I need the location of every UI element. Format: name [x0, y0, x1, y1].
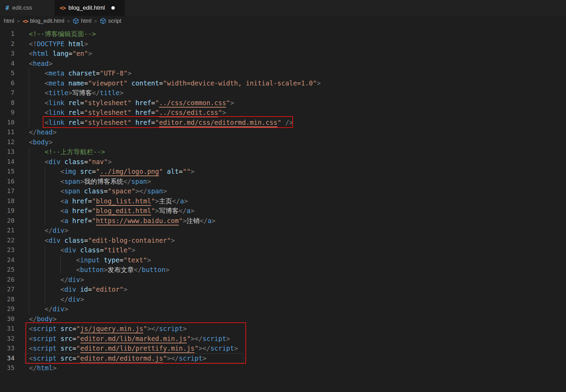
indent-guide	[60, 255, 61, 265]
tab-bar: # edit.css <> blog_edit.html	[0, 0, 566, 16]
code-line-11[interactable]: 11</head>	[0, 127, 566, 137]
indent-guide	[29, 98, 29, 108]
breadcrumb-item-script[interactable]: script	[100, 18, 121, 24]
indent-guide	[29, 186, 29, 196]
code-content: <script src="editor.md/lib/prettify.min.…	[14, 343, 566, 353]
code-content: <span class="space"></span>	[14, 186, 566, 196]
code-line-31[interactable]: 31<script src="js/jquery.min.js"></scrip…	[0, 324, 566, 334]
code-line-4[interactable]: 4<head>	[0, 59, 566, 69]
line-number: 22	[0, 235, 14, 245]
indent-guide	[45, 245, 45, 255]
code-line-15[interactable]: 15<img src="../img/logo.png" alt="">	[0, 167, 566, 177]
code-content: </div>	[14, 304, 566, 314]
indent-guide	[29, 147, 29, 157]
line-number: 4	[0, 59, 14, 69]
code-line-12[interactable]: 12<body>	[0, 137, 566, 147]
code-line-17[interactable]: 17<span class="space"></span>	[0, 186, 566, 196]
code-line-20[interactable]: 20<a href="https://www.baidu.com">注销</a>	[0, 216, 566, 226]
line-number: 10	[0, 118, 14, 128]
line-number: 21	[0, 225, 14, 235]
tab-blog-edit-html[interactable]: <> blog_edit.html	[54, 0, 125, 16]
code-content: <script src="editor.md/lib/marked.min.js…	[14, 334, 566, 344]
indent-guide	[29, 275, 29, 285]
code-line-1[interactable]: 1<!--博客编辑页面-->	[0, 29, 566, 39]
line-number: 19	[0, 206, 14, 216]
line-number: 18	[0, 196, 14, 206]
unsaved-changes-dot[interactable]	[111, 6, 115, 10]
indent-guide	[45, 265, 45, 275]
code-content: <div class="edit-blog-container">	[14, 235, 566, 245]
code-line-19[interactable]: 19<a href="blog_edit.html">写博客</a>	[0, 206, 566, 216]
symbol-module-icon	[73, 18, 79, 24]
indent-guide	[29, 88, 29, 98]
line-number: 14	[0, 157, 14, 167]
indent-guide	[29, 304, 29, 314]
line-number: 11	[0, 127, 14, 137]
breadcrumb-item-folder[interactable]: html	[4, 18, 14, 24]
code-content: <div class="nav">	[14, 157, 566, 167]
indent-guide	[45, 284, 45, 294]
code-line-21[interactable]: 21</div>	[0, 225, 566, 235]
breadcrumb-item-html[interactable]: html	[73, 18, 91, 24]
breadcrumb: html > <> blog_edit.html > html > script	[0, 16, 566, 26]
vscode-window: { "tabs": [ {"label": "edit.css", "icon"…	[0, 0, 566, 392]
indent-guide	[45, 255, 45, 265]
code-content: <script src="js/jquery.min.js"></script>	[14, 324, 566, 334]
breadcrumb-separator: >	[67, 18, 70, 24]
code-line-18[interactable]: 18<a href="blog_list.html">主页</a>	[0, 196, 566, 206]
indent-guide	[29, 68, 29, 78]
symbol-module-icon	[100, 18, 106, 24]
tab-label: blog_edit.html	[68, 4, 105, 11]
code-line-24[interactable]: 24<input type="text">	[0, 255, 566, 265]
line-number: 3	[0, 49, 14, 59]
code-line-28[interactable]: 28</div>	[0, 294, 566, 304]
code-line-32[interactable]: 32<script src="editor.md/lib/marked.min.…	[0, 334, 566, 344]
code-line-26[interactable]: 26</div>	[0, 275, 566, 285]
code-line-30[interactable]: 30</body>	[0, 314, 566, 324]
code-content: <script src="editor.md/editormd.js"></sc…	[14, 353, 566, 363]
code-line-33[interactable]: 33<script src="editor.md/lib/prettify.mi…	[0, 343, 566, 353]
line-number: 27	[0, 284, 14, 294]
code-line-16[interactable]: 16<span>我的博客系统</span>	[0, 177, 566, 187]
code-line-34[interactable]: 34<script src="editor.md/editormd.js"></…	[0, 353, 566, 363]
code-line-9[interactable]: 9<link rel="stylesheet" href="../css/edi…	[0, 108, 566, 118]
editor-code-area[interactable]: 1<!--博客编辑页面-->2<!DOCTYPE html>3<html lan…	[0, 26, 566, 373]
code-line-23[interactable]: 23<div class="title">	[0, 245, 566, 255]
line-number: 24	[0, 255, 14, 265]
code-content: </body>	[14, 314, 566, 324]
code-line-8[interactable]: 8<link rel="stylesheet" href="../css/com…	[0, 98, 566, 108]
line-number: 8	[0, 98, 14, 108]
line-number: 16	[0, 177, 14, 187]
indent-guide	[45, 167, 45, 177]
code-line-2[interactable]: 2<!DOCTYPE html>	[0, 39, 566, 49]
code-line-7[interactable]: 7<title>写博客</title>	[0, 88, 566, 98]
indent-guide	[45, 206, 45, 216]
code-line-25[interactable]: 25<button>发布文章</button>	[0, 265, 566, 275]
breadcrumb-separator: >	[94, 18, 97, 24]
code-line-29[interactable]: 29</div>	[0, 304, 566, 314]
indent-guide	[29, 196, 29, 206]
line-number: 6	[0, 78, 14, 88]
tab-edit-css[interactable]: # edit.css	[0, 0, 54, 16]
code-line-22[interactable]: 22<div class="edit-blog-container">	[0, 235, 566, 245]
code-line-10[interactable]: 10<link rel="stylesheet" href="editor.md…	[0, 118, 566, 128]
indent-guide	[45, 177, 45, 187]
line-number: 12	[0, 137, 14, 147]
code-line-3[interactable]: 3<html lang="en">	[0, 49, 566, 59]
line-number: 9	[0, 108, 14, 118]
line-number: 31	[0, 324, 14, 334]
code-content: <html lang="en">	[14, 49, 566, 59]
code-line-6[interactable]: 6<meta name="viewport" content="width=de…	[0, 78, 566, 88]
code-content: <meta name="viewport" content="width=dev…	[14, 78, 566, 88]
code-line-27[interactable]: 27<div id="editor">	[0, 284, 566, 294]
code-line-5[interactable]: 5<meta charset="UTF-8">	[0, 68, 566, 78]
code-content: <div class="title">	[14, 245, 566, 255]
indent-guide	[29, 206, 29, 216]
code-line-35[interactable]: 35</html>	[0, 363, 566, 373]
indent-guide	[45, 294, 45, 304]
breadcrumb-item-file[interactable]: <> blog_edit.html	[23, 18, 64, 24]
code-content: <link rel="stylesheet" href="../css/comm…	[14, 98, 566, 108]
code-line-13[interactable]: 13<!--上方导航栏-->	[0, 147, 566, 157]
code-line-14[interactable]: 14<div class="nav">	[0, 157, 566, 167]
html-file-icon: <>	[60, 4, 65, 11]
